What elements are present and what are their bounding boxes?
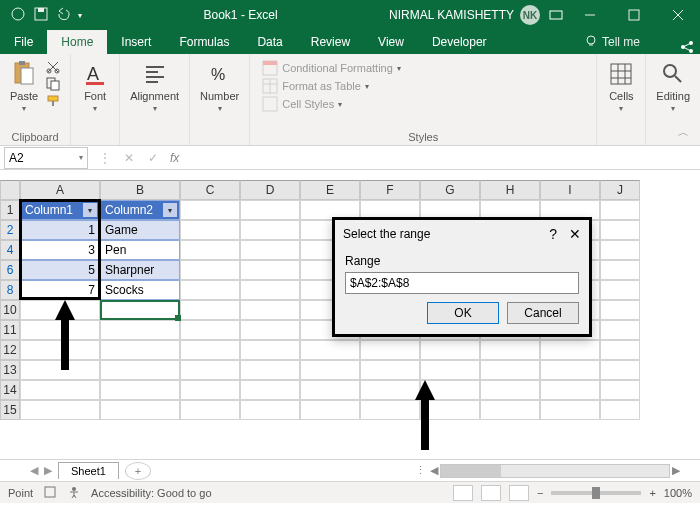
conditional-formatting-button[interactable]: Conditional Formatting ▾: [262, 60, 584, 76]
alignment-button[interactable]: Alignment ▾: [126, 56, 183, 113]
svg-rect-30: [263, 61, 277, 65]
tab-data[interactable]: Data: [243, 30, 296, 54]
undo-icon[interactable]: [56, 7, 70, 24]
tab-formulas[interactable]: Formulas: [165, 30, 243, 54]
zoom-in-button[interactable]: +: [649, 487, 655, 499]
copy-icon[interactable]: [46, 77, 64, 91]
chevron-down-icon: ▾: [79, 153, 83, 162]
cell[interactable]: 3: [20, 240, 100, 260]
fx-label[interactable]: fx: [170, 151, 185, 165]
col-header[interactable]: H: [480, 180, 540, 200]
tab-home[interactable]: Home: [47, 30, 107, 54]
table-header[interactable]: Column2▾: [100, 200, 180, 220]
qat-dropdown-icon[interactable]: ▾: [78, 11, 82, 20]
add-sheet-button[interactable]: +: [125, 462, 151, 480]
page-layout-view-button[interactable]: [481, 485, 501, 501]
row-header[interactable]: 15: [0, 400, 20, 420]
cells-button[interactable]: Cells ▾: [603, 56, 639, 113]
cell[interactable]: Game: [100, 220, 180, 240]
row-header[interactable]: 6: [0, 260, 20, 280]
row-header[interactable]: 11: [0, 320, 20, 340]
paste-button[interactable]: Paste ▾: [6, 56, 42, 113]
scroll-right-icon[interactable]: ▶: [672, 464, 680, 478]
annotation-arrow: [405, 380, 445, 450]
chevron-down-icon: ▾: [22, 104, 26, 113]
number-button[interactable]: % Number ▾: [196, 56, 243, 113]
tab-view[interactable]: View: [364, 30, 418, 54]
col-header[interactable]: G: [420, 180, 480, 200]
ok-button[interactable]: OK: [427, 302, 499, 324]
format-as-table-button[interactable]: Format as Table ▾: [262, 78, 584, 94]
cancel-formula-icon[interactable]: ✕: [122, 151, 136, 165]
cell-styles-button[interactable]: Cell Styles ▾: [262, 96, 584, 112]
row-header[interactable]: 12: [0, 340, 20, 360]
cells-label: Cells: [609, 90, 633, 102]
horizontal-scrollbar[interactable]: ⋮ ◀ ▶: [157, 464, 700, 478]
user-avatar[interactable]: NK: [520, 5, 540, 25]
row-header[interactable]: 4: [0, 240, 20, 260]
collapse-ribbon-icon[interactable]: ︿: [674, 123, 692, 141]
col-header[interactable]: D: [240, 180, 300, 200]
name-box[interactable]: A2 ▾: [4, 147, 88, 169]
sheet-nav-prev-icon[interactable]: ◀: [30, 464, 38, 477]
active-cell[interactable]: [100, 300, 180, 320]
ribbon-display-icon[interactable]: [544, 8, 568, 22]
font-button[interactable]: A Font ▾: [77, 56, 113, 113]
maximize-button[interactable]: [612, 0, 656, 30]
scroll-thumb[interactable]: [441, 465, 501, 477]
tab-insert[interactable]: Insert: [107, 30, 165, 54]
col-header[interactable]: J: [600, 180, 640, 200]
cell[interactable]: Pen: [100, 240, 180, 260]
cell[interactable]: Scocks: [100, 280, 180, 300]
save-icon[interactable]: [34, 7, 48, 24]
cell[interactable]: 5: [20, 260, 100, 280]
page-break-view-button[interactable]: [509, 485, 529, 501]
sheet-tab-sheet1[interactable]: Sheet1: [58, 462, 119, 479]
tab-developer[interactable]: Developer: [418, 30, 501, 54]
accessibility-icon[interactable]: [67, 485, 81, 501]
close-button[interactable]: [656, 0, 700, 30]
formula-input[interactable]: [185, 147, 700, 169]
zoom-level[interactable]: 100%: [664, 487, 692, 499]
range-input[interactable]: [345, 272, 579, 294]
row-header[interactable]: 2: [0, 220, 20, 240]
row-header[interactable]: 10: [0, 300, 20, 320]
row-header[interactable]: 13: [0, 360, 20, 380]
col-header[interactable]: C: [180, 180, 240, 200]
cell[interactable]: 7: [20, 280, 100, 300]
zoom-out-button[interactable]: −: [537, 487, 543, 499]
scroll-left-icon[interactable]: ◀: [430, 464, 438, 478]
minimize-button[interactable]: [568, 0, 612, 30]
share-icon[interactable]: [674, 40, 700, 54]
col-header[interactable]: E: [300, 180, 360, 200]
col-header[interactable]: F: [360, 180, 420, 200]
row-header[interactable]: 1: [0, 200, 20, 220]
macro-record-icon[interactable]: [43, 485, 57, 501]
filter-icon[interactable]: ▾: [163, 203, 177, 217]
col-header[interactable]: I: [540, 180, 600, 200]
select-all-corner[interactable]: [0, 180, 20, 200]
zoom-slider[interactable]: [551, 491, 641, 495]
help-icon[interactable]: ?: [549, 226, 557, 242]
cancel-button[interactable]: Cancel: [507, 302, 579, 324]
col-header[interactable]: B: [100, 180, 180, 200]
row-header[interactable]: 14: [0, 380, 20, 400]
col-header[interactable]: A: [20, 180, 100, 200]
autosave-off-icon[interactable]: [10, 6, 26, 25]
table-header[interactable]: Column1▾: [20, 200, 100, 220]
cell[interactable]: Sharpner: [100, 260, 180, 280]
close-icon[interactable]: ✕: [569, 226, 581, 242]
tab-file[interactable]: File: [0, 30, 47, 54]
row-header[interactable]: 8: [0, 280, 20, 300]
tab-review[interactable]: Review: [297, 30, 364, 54]
cell[interactable]: 1: [20, 220, 100, 240]
format-painter-icon[interactable]: [46, 94, 64, 108]
enter-formula-icon[interactable]: ✓: [146, 151, 160, 165]
sheet-nav-next-icon[interactable]: ▶: [44, 464, 52, 477]
filter-icon[interactable]: ▾: [83, 203, 97, 217]
normal-view-button[interactable]: [453, 485, 473, 501]
svg-point-40: [664, 65, 676, 77]
editing-button[interactable]: Editing ▾: [652, 56, 694, 113]
tell-me[interactable]: Tell me: [570, 29, 654, 54]
cut-icon[interactable]: [46, 60, 64, 74]
